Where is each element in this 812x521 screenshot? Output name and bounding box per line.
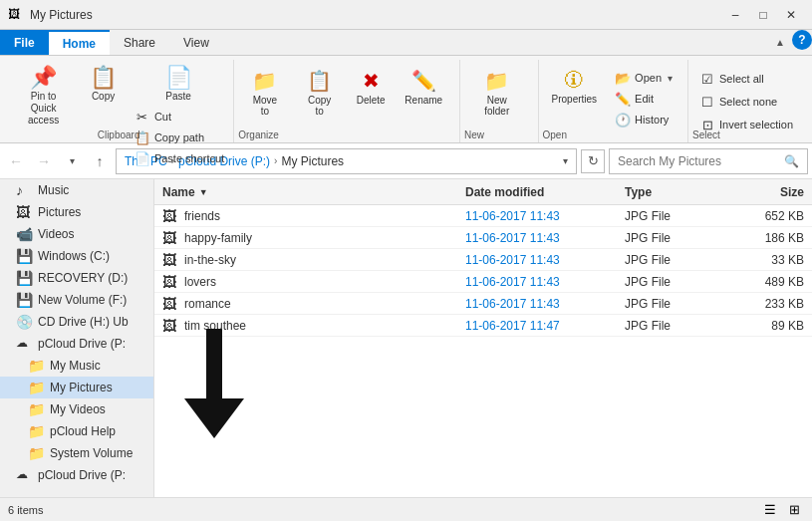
arrow-annotation (184, 329, 244, 441)
sidebar-pcloud-drive-p2-label: pCloud Drive (P: (38, 468, 126, 482)
header-date-modified[interactable]: Date modified (465, 185, 625, 199)
invert-selection-label: Invert selection (719, 119, 793, 130)
sidebar-system-volume-label: System Volume (50, 446, 133, 460)
videos-icon: 📹 (16, 226, 32, 242)
paste-label: Paste (165, 91, 191, 102)
copy-button-large[interactable]: 📋 Copy (81, 64, 126, 105)
file-size-in-the-sky: 33 KB (724, 253, 804, 267)
file-row-in-the-sky[interactable]: 🖼 in-the-sky 11-06-2017 11:43 JPG File 3… (154, 249, 812, 271)
select-none-button[interactable]: ☐ Select none (692, 91, 800, 113)
file-name-lovers: lovers (184, 275, 465, 289)
file-row-lovers[interactable]: 🖼 lovers 11-06-2017 11:43 JPG File 489 K… (154, 271, 812, 293)
cut-button[interactable]: ✂ Cut (130, 107, 229, 127)
new-group-label: New (464, 130, 484, 140)
header-name[interactable]: Name ▼ (162, 185, 465, 199)
sidebar-item-pcloud-drive-p2[interactable]: ☁ pCloud Drive (P: (0, 464, 153, 486)
delete-button[interactable]: ✖ Delete (348, 66, 395, 120)
cd-drive-h-icon: 💿 (16, 314, 32, 330)
header-type[interactable]: Type (625, 185, 724, 199)
move-to-button[interactable]: 📁 Move to (238, 66, 291, 120)
sidebar-my-videos-label: My Videos (50, 402, 106, 416)
copy-path-button[interactable]: 📋 Copy path (130, 128, 229, 147)
clipboard-group-label: Clipboard (98, 130, 140, 140)
history-button[interactable]: 🕐 History (608, 110, 679, 130)
select-none-label: Select none (719, 96, 777, 108)
select-all-label: Select all (719, 73, 764, 85)
paste-button[interactable]: 📄 Paste (128, 64, 229, 105)
ribbon-group-select: ☑ Select all ☐ Select none ⊡ Invert sele… (688, 60, 808, 142)
minimize-button[interactable]: – (722, 5, 748, 25)
paste-shortcut-button[interactable]: 📄 Paste shortcut (130, 148, 229, 168)
file-date-romance: 11-06-2017 11:43 (465, 297, 625, 311)
sidebar-item-my-videos[interactable]: 📁 My Videos (0, 398, 153, 420)
large-icons-view-button[interactable]: ⊞ (784, 501, 804, 519)
search-box[interactable]: 🔍 (609, 148, 808, 174)
sidebar-item-music[interactable]: ♪ Music (0, 179, 153, 201)
sidebar-item-pictures[interactable]: 🖼 Pictures (0, 201, 153, 223)
details-view-button[interactable]: ☰ (760, 501, 780, 519)
system-volume-icon: 📁 (28, 445, 44, 461)
ribbon-tabs: File Home Share View ▲ ? (0, 30, 812, 56)
address-dropdown-arrow[interactable]: ▾ (563, 155, 568, 166)
file-type-friends: JPG File (625, 209, 724, 223)
search-icon: 🔍 (784, 154, 799, 168)
file-row-friends[interactable]: 🖼 friends 11-06-2017 11:43 JPG File 652 … (154, 205, 812, 227)
file-name-romance: romance (184, 297, 465, 311)
open-button[interactable]: 📂 Open ▾ (608, 68, 679, 88)
my-pictures-sidebar-icon: 📁 (28, 380, 44, 395)
sidebar-cd-drive-h-label: CD Drive (H:) Ub (38, 315, 129, 329)
properties-label: Properties (552, 94, 598, 105)
file-row-happy-family[interactable]: 🖼 happy-family 11-06-2017 11:43 JPG File… (154, 227, 812, 249)
header-size[interactable]: Size (724, 185, 804, 199)
windows-c-icon: 💾 (16, 248, 32, 264)
sidebar-item-my-music[interactable]: 📁 My Music (0, 355, 153, 377)
file-date-lovers: 11-06-2017 11:43 (465, 275, 625, 289)
maximize-button[interactable]: □ (750, 5, 776, 25)
new-folder-button[interactable]: 📁 New folder (464, 66, 530, 120)
tab-view[interactable]: View (169, 30, 223, 55)
tab-file[interactable]: File (0, 30, 49, 55)
sidebar-item-my-pictures[interactable]: 📁 My Pictures (0, 377, 153, 398)
recovery-d-icon: 💾 (16, 270, 32, 286)
rename-button[interactable]: ✏️ Rename (396, 66, 451, 120)
sidebar-item-pcloud-drive-p[interactable]: ☁ pCloud Drive (P: (0, 333, 153, 355)
sidebar-music-label: Music (38, 183, 69, 197)
tab-share[interactable]: Share (110, 30, 169, 55)
help-button[interactable]: ? (792, 30, 812, 50)
pin-to-quick-access-button[interactable]: 📌 Pin to Quickaccess (8, 64, 79, 130)
sidebar-item-pcloud-help[interactable]: 📁 pCloud Help (0, 420, 153, 442)
search-input[interactable] (618, 154, 780, 168)
edit-button[interactable]: ✏️ Edit (608, 89, 679, 109)
copy-to-button[interactable]: 📋 Copy to (294, 66, 346, 120)
open-label: Open (635, 72, 662, 84)
clipboard-buttons: 📌 Pin to Quickaccess 📋 Copy 📄 Paste ✂ Cu (8, 60, 229, 168)
file-size-happy-family: 186 KB (724, 231, 804, 245)
file-size-tim-southee: 89 KB (724, 319, 804, 333)
file-date-in-the-sky: 11-06-2017 11:43 (465, 253, 625, 267)
sidebar-item-new-volume-f[interactable]: 💾 New Volume (F:) (0, 289, 153, 311)
properties-button[interactable]: 🛈 Properties (543, 66, 607, 130)
file-date-tim-southee: 11-06-2017 11:47 (465, 319, 625, 333)
tab-home[interactable]: Home (49, 30, 110, 55)
sidebar-item-recovery-d[interactable]: 💾 RECOVERY (D:) (0, 267, 153, 289)
sidebar-new-volume-f-label: New Volume (F:) (38, 293, 127, 307)
sidebar-item-system-volume[interactable]: 📁 System Volume (0, 442, 153, 464)
select-none-icon: ☐ (699, 94, 715, 110)
close-button[interactable]: ✕ (778, 5, 804, 25)
edit-label: Edit (635, 93, 654, 105)
pcloud-drive-p-icon: ☁ (16, 336, 32, 352)
file-icon-romance: 🖼 (162, 296, 178, 312)
title-bar-title: My Pictures (30, 8, 722, 22)
sidebar-item-cd-drive-h[interactable]: 💿 CD Drive (H:) Ub (0, 311, 153, 333)
select-all-button[interactable]: ☑ Select all (692, 68, 800, 90)
music-icon: ♪ (16, 182, 32, 198)
file-row-tim-southee[interactable]: 🖼 tim southee 11-06-2017 11:47 JPG File … (154, 315, 812, 337)
collapse-ribbon-button[interactable]: ▲ (768, 30, 792, 54)
ribbon-group-clipboard: 📌 Pin to Quickaccess 📋 Copy 📄 Paste ✂ Cu (4, 60, 234, 142)
cut-icon: ✂ (135, 109, 150, 125)
history-icon: 🕐 (615, 112, 631, 128)
sidebar-item-windows-c[interactable]: 💾 Windows (C:) (0, 245, 153, 267)
file-row-romance[interactable]: 🖼 romance 11-06-2017 11:43 JPG File 233 … (154, 293, 812, 315)
refresh-button[interactable]: ↻ (581, 149, 605, 173)
sidebar-item-videos[interactable]: 📹 Videos (0, 223, 153, 245)
